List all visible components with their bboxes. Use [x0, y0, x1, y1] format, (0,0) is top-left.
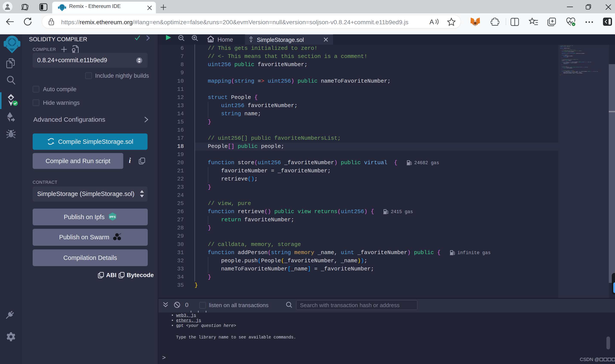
svg-text:IPFS: IPFS [109, 215, 116, 219]
